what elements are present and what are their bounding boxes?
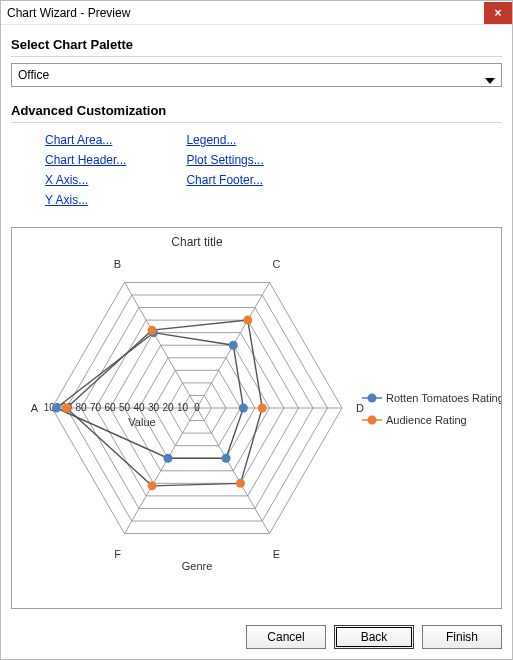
link-legend[interactable]: Legend... xyxy=(186,133,263,147)
link-chart-footer[interactable]: Chart Footer... xyxy=(186,173,263,187)
legend-label: Audience Rating xyxy=(386,414,467,426)
chevron-down-icon xyxy=(481,66,499,84)
series-marker xyxy=(222,454,231,463)
series-marker xyxy=(148,326,157,335)
series-marker xyxy=(148,481,157,490)
cancel-button[interactable]: Cancel xyxy=(246,625,326,649)
titlebar: Chart Wizard - Preview × xyxy=(1,1,512,25)
chart-preview-panel: 0102030405060708090100ABCDEFChart titleG… xyxy=(11,227,502,609)
footer-buttons: Cancel Back Finish xyxy=(1,615,512,659)
svg-text:80: 80 xyxy=(75,402,87,413)
axis-category-label: B xyxy=(114,258,121,270)
link-chart-header[interactable]: Chart Header... xyxy=(45,153,126,167)
svg-text:0: 0 xyxy=(194,402,200,413)
axis-category-label: A xyxy=(31,402,39,414)
svg-text:30: 30 xyxy=(148,402,160,413)
svg-text:70: 70 xyxy=(90,402,102,413)
svg-text:20: 20 xyxy=(162,402,174,413)
legend-label: Rotten Tomatoes Rating xyxy=(386,392,501,404)
finish-button[interactable]: Finish xyxy=(422,625,502,649)
link-y-axis[interactable]: Y Axis... xyxy=(45,193,126,207)
palette-select[interactable]: Office xyxy=(11,63,502,87)
palette-selected-value: Office xyxy=(18,68,49,82)
palette-heading: Select Chart Palette xyxy=(11,35,502,57)
svg-text:10: 10 xyxy=(177,402,189,413)
series-marker xyxy=(236,479,245,488)
axis-category-label: F xyxy=(114,548,121,560)
axis-category-label: D xyxy=(356,402,364,414)
link-x-axis[interactable]: X Axis... xyxy=(45,173,126,187)
axis-label-value: Value xyxy=(128,416,155,428)
advanced-links-left: Chart Area... Chart Header... X Axis... … xyxy=(45,133,126,207)
close-button[interactable]: × xyxy=(484,2,512,24)
axis-label-genre: Genre xyxy=(182,560,213,572)
link-plot-settings[interactable]: Plot Settings... xyxy=(186,153,263,167)
advanced-heading: Advanced Customization xyxy=(11,101,502,123)
series-marker xyxy=(243,316,252,325)
radar-chart: 0102030405060708090100ABCDEFChart titleG… xyxy=(12,228,501,578)
chart-wizard-window: Chart Wizard - Preview × Select Chart Pa… xyxy=(0,0,513,660)
series-marker xyxy=(62,404,71,413)
axis-category-label: C xyxy=(273,258,281,270)
series-marker xyxy=(229,341,238,350)
close-icon: × xyxy=(494,6,501,20)
chart-title: Chart title xyxy=(171,235,223,249)
advanced-links-right: Legend... Plot Settings... Chart Footer.… xyxy=(186,133,263,207)
link-chart-area[interactable]: Chart Area... xyxy=(45,133,126,147)
svg-text:50: 50 xyxy=(119,402,131,413)
window-title: Chart Wizard - Preview xyxy=(7,6,130,20)
series-marker xyxy=(164,454,173,463)
axis-category-label: E xyxy=(273,548,280,560)
back-button[interactable]: Back xyxy=(334,625,414,649)
svg-text:40: 40 xyxy=(133,402,145,413)
content-area: Select Chart Palette Office Advanced Cus… xyxy=(1,25,512,615)
advanced-links: Chart Area... Chart Header... X Axis... … xyxy=(11,129,502,213)
series-marker xyxy=(258,404,267,413)
series-marker xyxy=(239,404,248,413)
svg-text:60: 60 xyxy=(104,402,116,413)
series-marker xyxy=(52,404,61,413)
